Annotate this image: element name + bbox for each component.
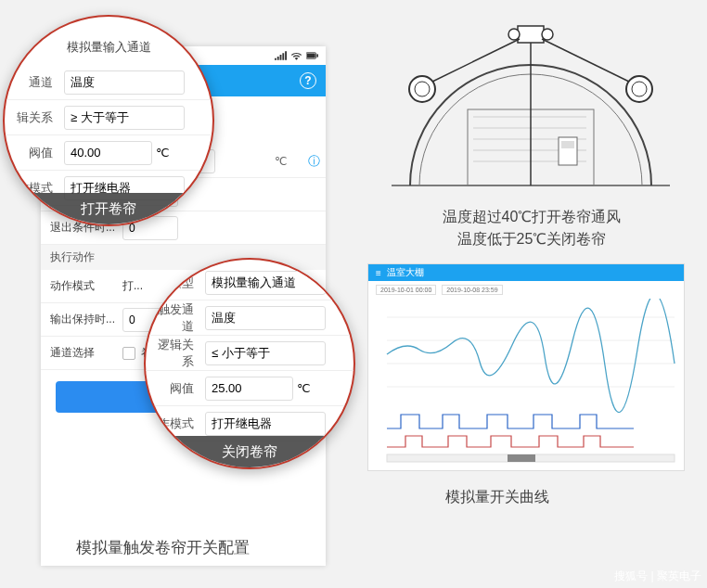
- z1-thresh-label: 阀值: [5, 145, 58, 161]
- z2-channel-input[interactable]: [205, 306, 326, 330]
- zoom-open-curtain: 模拟量输入通道 通道 辑关系 阀值℃ 作模式 打开卷帘: [3, 15, 214, 226]
- watermark: 搜狐号 | 聚英电子: [614, 569, 701, 584]
- z2-unit: ℃: [297, 381, 311, 395]
- z2-thresh-input[interactable]: [205, 377, 293, 401]
- svg-line-19: [542, 39, 629, 82]
- svg-point-11: [508, 29, 520, 40]
- date-to[interactable]: 2019-10-08 23:59: [442, 285, 502, 295]
- z1-unit: ℃: [156, 146, 170, 160]
- svg-point-14: [409, 76, 435, 102]
- left-caption: 模拟量触发卷帘开关配置: [76, 537, 250, 558]
- help-icon[interactable]: ?: [300, 72, 316, 89]
- chart-title: 温室大棚: [387, 266, 424, 279]
- svg-point-12: [542, 29, 553, 40]
- z2-thresh-label: 阀值: [146, 380, 199, 397]
- svg-rect-21: [561, 141, 574, 148]
- menu-icon[interactable]: ≡: [376, 268, 381, 278]
- svg-point-16: [626, 76, 652, 102]
- z1-thresh-input[interactable]: [64, 141, 152, 165]
- greenhouse-label: 温度超过40℃打开卷帘通风 温度低于25℃关闭卷帘: [374, 206, 689, 250]
- z2-logic-label: 逻辑关系: [146, 337, 199, 370]
- chart-caption: 模拟量开关曲线: [445, 488, 549, 507]
- info-icon[interactable]: ⓘ: [308, 153, 326, 170]
- z1-channel-label: 通道: [5, 74, 58, 91]
- z2-mode-input[interactable]: [205, 412, 326, 436]
- analog-curve-chart: ≡ 温室大棚 2019-10-01 00:00 2019-10-08 23:59: [367, 263, 685, 471]
- greenhouse-diagram: [392, 17, 670, 198]
- gh-text-2: 温度低于25℃关闭卷帘: [374, 228, 689, 250]
- svg-rect-27: [508, 454, 535, 462]
- z1-logic-label: 辑关系: [5, 109, 58, 126]
- wifi-icon: [290, 51, 302, 60]
- svg-line-18: [432, 39, 520, 82]
- z1-channel-input[interactable]: [64, 70, 185, 95]
- hold-label: 输出保持时...: [41, 312, 117, 327]
- threshold-unit: ℃: [271, 155, 308, 168]
- gh-text-1: 温度超过40℃打开卷帘通风: [374, 206, 689, 228]
- chart-svg: [368, 299, 684, 466]
- date-from[interactable]: 2019-10-01 00:00: [376, 285, 436, 295]
- z1-title: 模拟量输入通道: [67, 39, 151, 56]
- battery-icon: [306, 51, 318, 60]
- mode-label: 动作模式: [41, 278, 117, 294]
- checkbox-open[interactable]: [122, 347, 135, 360]
- svg-rect-1: [307, 54, 315, 58]
- chan-label: 通道选择: [41, 345, 117, 361]
- svg-rect-10: [518, 26, 544, 43]
- z2-logic-input[interactable]: [205, 341, 326, 365]
- z1-logic-input[interactable]: [64, 106, 185, 130]
- signal-icon: [275, 51, 287, 60]
- svg-rect-2: [316, 54, 318, 57]
- zoom-close-curtain: 原类型 触发通道 逻辑关系 阀值℃ 作模式 关闭卷帘: [144, 258, 355, 469]
